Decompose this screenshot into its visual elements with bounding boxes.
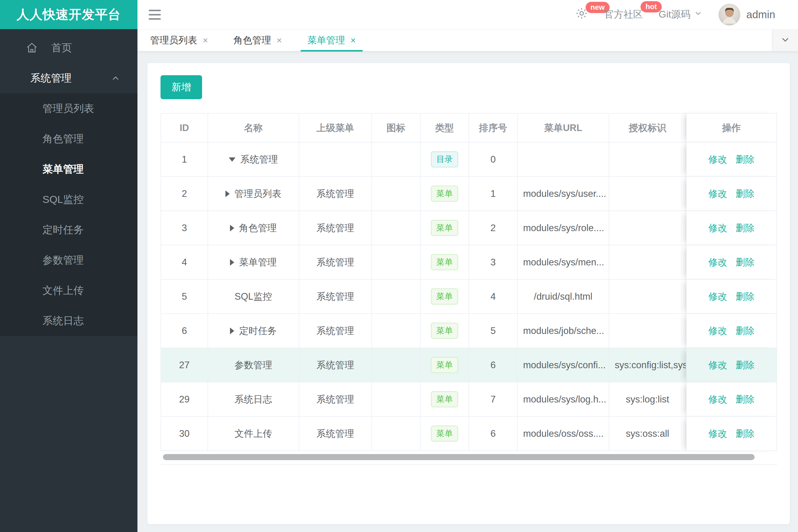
cell-icon — [372, 382, 421, 417]
cell-icon — [372, 280, 421, 314]
cell-perms — [609, 245, 686, 280]
cell-type: 菜单 — [421, 245, 469, 280]
close-icon[interactable]: × — [203, 35, 208, 45]
sidebar-item[interactable]: 角色管理 — [0, 124, 137, 154]
expand-arrow-icon[interactable] — [230, 327, 234, 334]
table-row: 30文件上传系统管理菜单6modules/oss/oss....sys:oss:… — [161, 417, 777, 451]
community-link[interactable]: 官方社区 hot — [604, 8, 643, 21]
delete-link[interactable]: 删除 — [736, 154, 755, 165]
delete-link[interactable]: 删除 — [736, 325, 755, 336]
cell-menu-url: /druid/sql.html — [518, 280, 609, 314]
expand-arrow-icon[interactable] — [225, 190, 230, 197]
cell-actions: 修改删除 — [686, 280, 777, 314]
cell-menu-url: modules/oss/oss.... — [518, 417, 609, 451]
delete-link[interactable]: 删除 — [736, 223, 755, 233]
cell-order: 0 — [469, 142, 518, 177]
delete-link[interactable]: 删除 — [736, 257, 755, 267]
table-row: 1系统管理目录0修改删除 — [161, 142, 777, 177]
sidebar-item[interactable]: SQL监控 — [0, 185, 137, 215]
add-button[interactable]: 新增 — [161, 75, 202, 99]
type-badge: 菜单 — [431, 425, 458, 441]
delete-link[interactable]: 删除 — [736, 360, 755, 370]
edit-link[interactable]: 修改 — [708, 291, 727, 302]
cell-id: 5 — [161, 280, 208, 314]
type-badge: 菜单 — [431, 323, 458, 339]
tab-label: 菜单管理 — [308, 34, 345, 47]
chevron-up-icon — [110, 73, 121, 83]
sidebar-item[interactable]: 管理员列表 — [0, 93, 137, 124]
collapse-arrow-icon[interactable] — [229, 157, 236, 162]
edit-link[interactable]: 修改 — [708, 394, 727, 405]
column-header: 图标 — [372, 113, 421, 142]
cell-actions: 修改删除 — [686, 382, 777, 417]
cell-parent-menu: 系统管理 — [299, 417, 372, 451]
sidebar-item[interactable]: 文件上传 — [0, 276, 137, 306]
cell-name: 角色管理 — [208, 211, 299, 245]
cell-icon — [372, 211, 421, 245]
git-source-link[interactable]: Git源码 — [659, 8, 703, 21]
edit-link[interactable]: 修改 — [708, 325, 727, 336]
scrollbar-thumb[interactable] — [163, 454, 755, 460]
cell-id: 1 — [161, 142, 208, 177]
sidebar-item-home[interactable]: 首页 — [0, 33, 137, 63]
tab[interactable]: 菜单管理× — [295, 30, 369, 51]
sidebar-item-system-group[interactable]: 系统管理 — [0, 63, 137, 93]
table-body: 1系统管理目录0修改删除2管理员列表系统管理菜单1modules/sys/use… — [161, 142, 777, 451]
edit-link[interactable]: 修改 — [708, 154, 727, 165]
cell-perms — [609, 211, 686, 245]
expand-arrow-icon[interactable] — [230, 225, 234, 231]
tab-overflow-button[interactable] — [772, 30, 798, 51]
avatar — [719, 4, 740, 25]
cell-id: 30 — [161, 417, 208, 451]
cell-order: 3 — [469, 245, 518, 280]
cell-name: 参数管理 — [208, 348, 299, 382]
cell-parent-menu: 系统管理 — [299, 314, 372, 348]
table-row: 27参数管理系统管理菜单6modules/sys/confi...sys:con… — [161, 348, 777, 382]
cell-name: 系统管理 — [208, 142, 299, 177]
horizontal-scrollbar — [161, 454, 777, 460]
delete-link[interactable]: 删除 — [736, 428, 755, 439]
table-row: 29系统日志系统管理菜单7modules/sys/log.h...sys:log… — [161, 382, 777, 417]
user-menu[interactable]: admin — [719, 4, 775, 25]
edit-link[interactable]: 修改 — [708, 360, 727, 370]
table-row: 5SQL监控系统管理菜单4/druid/sql.html修改删除 — [161, 280, 777, 314]
sidebar-item-label: 首页 — [51, 41, 72, 55]
hamburger-menu-icon[interactable] — [149, 10, 161, 20]
table-bottom-border — [161, 464, 777, 465]
edit-link[interactable]: 修改 — [708, 188, 727, 199]
cell-perms — [609, 142, 686, 177]
tab-bar-tabs: 管理员列表×角色管理×菜单管理× — [137, 30, 772, 51]
sidebar-item[interactable]: 菜单管理 — [0, 154, 137, 185]
cell-id: 3 — [161, 211, 208, 245]
expand-arrow-icon[interactable] — [230, 259, 234, 266]
cell-perms: sys:oss:all — [609, 417, 686, 451]
tab[interactable]: 管理员列表× — [137, 30, 221, 51]
cell-name: SQL监控 — [208, 280, 299, 314]
edit-link[interactable]: 修改 — [708, 257, 727, 267]
cell-name: 系统日志 — [208, 382, 299, 417]
delete-link[interactable]: 删除 — [736, 291, 755, 302]
close-icon[interactable]: × — [277, 35, 282, 45]
tab[interactable]: 角色管理× — [221, 30, 295, 51]
delete-link[interactable]: 删除 — [736, 394, 755, 405]
edit-link[interactable]: 修改 — [708, 223, 727, 233]
menu-name: 参数管理 — [235, 359, 272, 372]
sidebar-item[interactable]: 定时任务 — [0, 215, 137, 245]
delete-link[interactable]: 删除 — [736, 188, 755, 199]
cell-menu-url: modules/job/sche... — [518, 314, 609, 348]
cell-type: 菜单 — [421, 211, 469, 245]
main-content: 新增 ID名称上级菜单图标类型排序号菜单URL授权标识操作 1系统管理目录0修改… — [137, 52, 798, 532]
cell-parent-menu: 系统管理 — [299, 280, 372, 314]
close-icon[interactable]: × — [350, 35, 356, 45]
table-row: 6定时任务系统管理菜单5modules/job/sche...修改删除 — [161, 314, 777, 348]
edit-link[interactable]: 修改 — [708, 428, 727, 439]
sidebar-menu: 首页 系统管理 管理员列表角色管理菜单管理SQL监控定时任务参数管理文件上传系统… — [0, 29, 137, 336]
column-header: 菜单URL — [518, 113, 609, 142]
settings-button[interactable]: new — [575, 7, 588, 22]
menu-name: 管理员列表 — [235, 187, 282, 200]
tab-bar: 管理员列表×角色管理×菜单管理× — [137, 29, 798, 52]
cell-menu-url: modules/sys/role.... — [518, 211, 609, 245]
cell-id: 4 — [161, 245, 208, 280]
sidebar-item[interactable]: 参数管理 — [0, 245, 137, 276]
sidebar-item[interactable]: 系统日志 — [0, 306, 137, 336]
